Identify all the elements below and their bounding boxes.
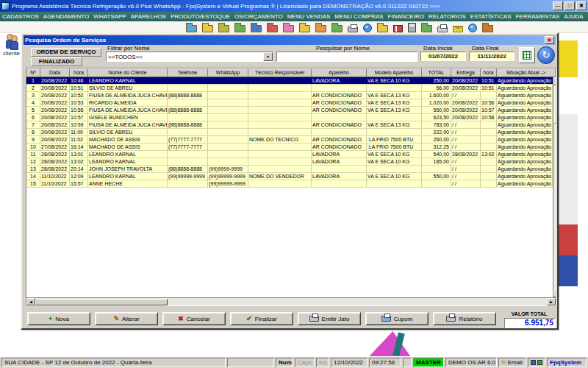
folder-icon[interactable]: [299, 25, 310, 32]
menu-item-whatsapp[interactable]: WHATSAPP: [93, 13, 126, 20]
printer-icon: [309, 316, 319, 322]
column-header[interactable]: hora: [481, 68, 497, 77]
export-grid-button[interactable]: [519, 47, 535, 63]
menu-item-aparelhos[interactable]: APARELHOS: [131, 13, 166, 20]
table-cell: [367, 114, 422, 121]
column-header[interactable]: Modelo Aparelho: [367, 68, 422, 77]
status-brand[interactable]: FpqSystem: [547, 358, 587, 367]
menu-item-ferramentas[interactable]: FERRAMENTAS: [515, 13, 559, 20]
horizontal-scrollbar[interactable]: ◀ ▶: [26, 297, 556, 305]
chevron-down-icon[interactable]: [263, 52, 273, 61]
menu-item-ajuda[interactable]: AJUDA: [564, 13, 583, 20]
folder-icon[interactable]: [331, 25, 343, 32]
finalizado-label[interactable]: FINALIZADO: [31, 57, 82, 66]
table-row[interactable]: 720/08/202210:59FIUSA DE ALMEIDA JUCA CH…: [26, 121, 553, 129]
menu-item-menu-compras[interactable]: MENU COMPRAS: [334, 13, 383, 20]
column-header[interactable]: Data: [40, 68, 70, 77]
finalize-order-button[interactable]: ✔Finalizar: [230, 312, 293, 325]
table-row[interactable]: 1411/10/202212:09LEANDRO KARNAL(99)99999…: [26, 173, 553, 180]
minimize-button[interactable]: —: [553, 1, 563, 10]
table-cell: [248, 85, 312, 91]
folder-icon[interactable]: [218, 25, 229, 32]
report-button[interactable]: Relatório: [433, 312, 496, 325]
folder-icon[interactable]: [421, 25, 432, 32]
scroll-left-icon[interactable]: ◀: [26, 298, 35, 305]
column-header[interactable]: WhatsApp: [208, 68, 248, 77]
envelope-icon[interactable]: [453, 26, 463, 32]
scrollbar-thumb[interactable]: [35, 299, 168, 305]
column-header[interactable]: Aparelho: [312, 68, 367, 77]
calculator-icon[interactable]: [408, 23, 416, 32]
column-header[interactable]: hora: [70, 68, 88, 77]
scroll-down-icon[interactable]: ▼: [553, 289, 556, 297]
scroll-up-icon[interactable]: ▲: [553, 77, 556, 85]
data-final-field[interactable]: 11/11/2022: [469, 52, 514, 61]
folder-icon[interactable]: [283, 25, 294, 32]
folder-icon[interactable]: [267, 25, 278, 32]
scroll-right-icon[interactable]: ▶: [547, 298, 556, 305]
book-icon[interactable]: [393, 25, 403, 32]
cliente-button[interactable]: cliente: [1, 34, 21, 61]
dialog-titlebar: Pesquisa Ordem de Serviços ✖: [24, 35, 556, 45]
table-row[interactable]: 620/08/202210:57GISELE BUNDCHEN623,5020/…: [26, 114, 553, 121]
folder-icon[interactable]: [482, 25, 493, 32]
globe-icon[interactable]: [468, 24, 477, 32]
folder-icon[interactable]: [251, 25, 262, 32]
table-cell: [481, 173, 497, 180]
menu-item-financeiro[interactable]: FINANCEIRO: [388, 13, 424, 20]
table-cell: SILVIO DE ABREU: [88, 129, 168, 135]
scrollbar-thumb[interactable]: [554, 85, 556, 124]
printer-icon[interactable]: [348, 26, 358, 32]
table-cell: [367, 180, 422, 187]
pesquisar-por-nome-input[interactable]: [276, 52, 417, 62]
menu-item-os-or-amento[interactable]: OS/ORÇAMENTO: [234, 13, 283, 20]
menu-item-relatorios[interactable]: RELATORIOS: [429, 13, 466, 20]
table-row[interactable]: 520/08/202210:55FIUSA DE ALMEIDA JUCA CH…: [26, 107, 553, 114]
table-row[interactable]: 1128/08/202213:01LEANDRO KARNALLAVADORAV…: [26, 151, 553, 158]
filtrar-por-nome-select[interactable]: >>TODOS<<: [106, 52, 273, 62]
table-row[interactable]: 320/08/202210:52FIUSA DE ALMEIDA JUCA CH…: [26, 92, 553, 99]
table-row[interactable]: 920/08/202211:02MACHADO DE ASSIS(77)7777…: [26, 136, 553, 144]
folder-icon[interactable]: [234, 25, 245, 32]
column-header[interactable]: TOTAL: [422, 68, 451, 77]
table-row[interactable]: 1027/08/202216:14MACHADO DE ASSIS(77)777…: [26, 144, 553, 151]
column-header[interactable]: Entrega: [451, 68, 481, 77]
data-inicial-field[interactable]: 01/07/2022: [420, 52, 466, 61]
menu-item-cadastros[interactable]: CADASTROS: [2, 13, 39, 20]
table-row[interactable]: 420/08/202210:53RICARDO ALMEIDAAR CONDIC…: [26, 99, 553, 107]
coupon-button[interactable]: Cupom: [365, 312, 429, 325]
table-row[interactable]: 820/08/202211:00SILVIO DE ABREU222,00/ /…: [26, 129, 553, 136]
menu-item-agendamento[interactable]: AGENDAMENTO: [43, 13, 90, 20]
column-header[interactable]: Situação Atual ->: [497, 68, 556, 77]
ordem-de-servico-label[interactable]: ORDEM DE SERVIÇO: [31, 48, 101, 57]
column-header[interactable]: Técnico Responsável: [248, 68, 312, 77]
printer-icon[interactable]: [437, 26, 448, 32]
cancel-order-button[interactable]: ✖Cancelar: [162, 312, 226, 325]
column-header[interactable]: Telefone: [168, 68, 208, 77]
table-row[interactable]: 120/08/202210:46LEANDRO KARNALLAVADORAVA…: [26, 77, 553, 85]
print-inkjet-button[interactable]: Emitir Jato: [298, 312, 361, 325]
table-cell: 27/08/2022: [40, 144, 70, 150]
vertical-scrollbar[interactable]: ▲ ▼: [553, 77, 556, 297]
menu-item-estat-sticas[interactable]: ESTATÍSTICAS: [470, 13, 512, 20]
new-order-button[interactable]: +Nova: [27, 312, 90, 325]
table-row[interactable]: 1511/10/202215:57ANNE HECHE(99)99999-999…: [26, 180, 553, 188]
menu-item-produto-estoque[interactable]: PRODUTO/ESTOQUE: [171, 13, 230, 20]
table-row[interactable]: 1328/08/202220:14JOHN JOSEPH TRAVOLTA(88…: [26, 166, 553, 173]
menu-item-menu-vendas[interactable]: MENU VENDAS: [287, 13, 331, 20]
refresh-button[interactable]: ↻: [537, 46, 555, 64]
folder-icon[interactable]: [186, 25, 197, 32]
folder-icon[interactable]: [202, 25, 213, 32]
table-row[interactable]: 1228/08/202213:02LEANDRO KARNALLAVADORAV…: [26, 158, 553, 166]
folder-icon[interactable]: [377, 25, 388, 32]
column-header[interactable]: Nome do Cliente: [88, 68, 168, 77]
folder-icon[interactable]: [315, 25, 326, 32]
edit-order-button[interactable]: ✎Alterar: [95, 312, 158, 325]
table-row[interactable]: 220/08/202210:51SILVIO DE ABREU56,0020/0…: [26, 85, 553, 92]
globe-icon[interactable]: [363, 24, 372, 32]
status-email[interactable]: ✉Email: [498, 358, 526, 367]
close-button[interactable]: ✖: [576, 1, 587, 10]
maximize-button[interactable]: □: [564, 1, 575, 10]
column-header[interactable]: Nº: [26, 68, 40, 77]
dialog-close-icon[interactable]: ✖: [545, 36, 554, 44]
